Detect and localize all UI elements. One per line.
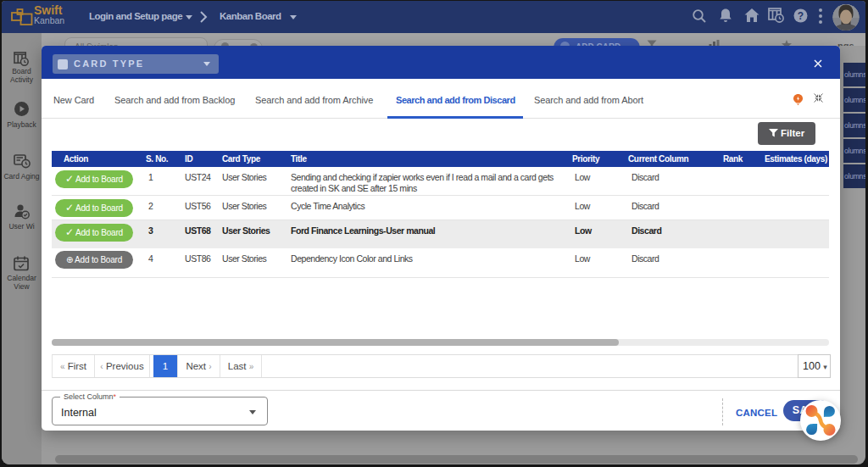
- svg-text:?: ?: [798, 10, 804, 22]
